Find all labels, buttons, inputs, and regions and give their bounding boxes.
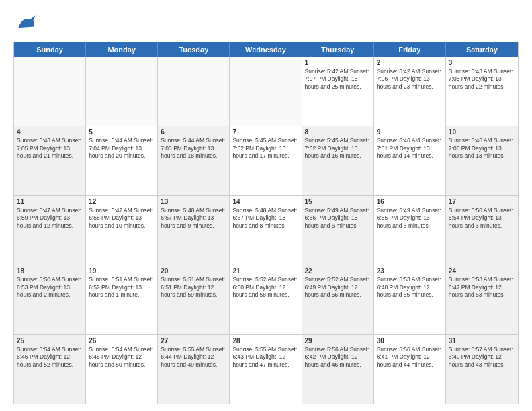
- calendar-cell: 8Sunrise: 5:45 AM Sunset: 7:02 PM Daylig…: [302, 126, 374, 195]
- day-info: Sunrise: 5:55 AM Sunset: 6:44 PM Dayligh…: [161, 346, 226, 369]
- day-info: Sunrise: 5:48 AM Sunset: 6:57 PM Dayligh…: [161, 207, 226, 230]
- day-info: Sunrise: 5:55 AM Sunset: 6:43 PM Dayligh…: [232, 346, 298, 369]
- calendar-cell: 7Sunrise: 5:45 AM Sunset: 7:02 PM Daylig…: [230, 126, 302, 195]
- calendar-cell: 27Sunrise: 5:55 AM Sunset: 6:44 PM Dayli…: [158, 335, 230, 404]
- weekday-header: Thursday: [302, 42, 374, 57]
- calendar-cell: 6Sunrise: 5:44 AM Sunset: 7:03 PM Daylig…: [158, 126, 230, 195]
- day-number: 3: [449, 59, 515, 66]
- day-number: 16: [377, 198, 443, 205]
- calendar-row: 1Sunrise: 5:42 AM Sunset: 7:07 PM Daylig…: [14, 57, 518, 126]
- calendar-cell: 2Sunrise: 5:42 AM Sunset: 7:06 PM Daylig…: [374, 57, 446, 126]
- calendar-cell: [86, 57, 158, 126]
- weekday-header: Friday: [374, 42, 446, 57]
- day-number: 17: [449, 198, 515, 205]
- day-info: Sunrise: 5:54 AM Sunset: 6:46 PM Dayligh…: [17, 346, 83, 369]
- calendar-cell: 20Sunrise: 5:51 AM Sunset: 6:51 PM Dayli…: [158, 265, 230, 334]
- calendar-row: 25Sunrise: 5:54 AM Sunset: 6:46 PM Dayli…: [14, 334, 518, 404]
- calendar-cell: 25Sunrise: 5:54 AM Sunset: 6:46 PM Dayli…: [14, 335, 86, 404]
- calendar-cell: 28Sunrise: 5:55 AM Sunset: 6:43 PM Dayli…: [230, 335, 302, 404]
- calendar-cell: 1Sunrise: 5:42 AM Sunset: 7:07 PM Daylig…: [302, 57, 374, 126]
- calendar-cell: 18Sunrise: 5:50 AM Sunset: 6:53 PM Dayli…: [14, 265, 86, 334]
- day-number: 8: [305, 128, 371, 136]
- weekday-header: Tuesday: [158, 42, 230, 57]
- calendar-cell: [158, 57, 230, 126]
- day-number: 22: [305, 267, 371, 275]
- calendar-row: 18Sunrise: 5:50 AM Sunset: 6:53 PM Dayli…: [14, 265, 518, 334]
- day-number: 11: [17, 198, 83, 205]
- calendar-cell: 22Sunrise: 5:52 AM Sunset: 6:49 PM Dayli…: [302, 265, 374, 334]
- calendar-cell: 23Sunrise: 5:53 AM Sunset: 6:48 PM Dayli…: [374, 265, 446, 334]
- calendar-cell: 10Sunrise: 5:46 AM Sunset: 7:00 PM Dayli…: [446, 126, 518, 195]
- calendar-row: 11Sunrise: 5:47 AM Sunset: 6:59 PM Dayli…: [14, 195, 518, 265]
- calendar-body: 1Sunrise: 5:42 AM Sunset: 7:07 PM Daylig…: [14, 57, 518, 404]
- day-number: 25: [17, 337, 83, 345]
- day-number: 15: [305, 198, 371, 205]
- calendar-cell: 13Sunrise: 5:48 AM Sunset: 6:57 PM Dayli…: [158, 196, 230, 265]
- calendar-cell: [14, 57, 86, 126]
- day-number: 19: [89, 267, 154, 275]
- day-info: Sunrise: 5:53 AM Sunset: 6:47 PM Dayligh…: [449, 276, 515, 299]
- day-info: Sunrise: 5:46 AM Sunset: 7:01 PM Dayligh…: [377, 137, 443, 160]
- day-info: Sunrise: 5:56 AM Sunset: 6:41 PM Dayligh…: [377, 346, 443, 369]
- day-info: Sunrise: 5:42 AM Sunset: 7:07 PM Dayligh…: [305, 68, 371, 91]
- calendar-cell: 17Sunrise: 5:50 AM Sunset: 6:54 PM Dayli…: [446, 196, 518, 265]
- day-number: 28: [232, 337, 298, 345]
- calendar-cell: 16Sunrise: 5:49 AM Sunset: 6:55 PM Dayli…: [374, 196, 446, 265]
- day-number: 20: [161, 267, 226, 275]
- calendar-cell: 26Sunrise: 5:54 AM Sunset: 6:45 PM Dayli…: [86, 335, 158, 404]
- day-number: 14: [232, 198, 298, 205]
- day-info: Sunrise: 5:51 AM Sunset: 6:52 PM Dayligh…: [89, 276, 154, 299]
- day-number: 27: [161, 337, 226, 345]
- calendar-cell: [230, 57, 302, 126]
- day-info: Sunrise: 5:52 AM Sunset: 6:50 PM Dayligh…: [232, 276, 298, 299]
- calendar-cell: 31Sunrise: 5:57 AM Sunset: 6:40 PM Dayli…: [446, 335, 518, 404]
- day-number: 5: [89, 128, 154, 136]
- day-number: 2: [377, 59, 443, 66]
- day-number: 24: [449, 267, 515, 275]
- page: SundayMondayTuesdayWednesdayThursdayFrid…: [0, 0, 532, 411]
- day-info: Sunrise: 5:44 AM Sunset: 7:04 PM Dayligh…: [89, 137, 154, 160]
- calendar-cell: 15Sunrise: 5:49 AM Sunset: 6:56 PM Dayli…: [302, 196, 374, 265]
- day-info: Sunrise: 5:52 AM Sunset: 6:49 PM Dayligh…: [305, 276, 371, 299]
- calendar-cell: 30Sunrise: 5:56 AM Sunset: 6:41 PM Dayli…: [374, 335, 446, 404]
- day-info: Sunrise: 5:51 AM Sunset: 6:51 PM Dayligh…: [161, 276, 226, 299]
- day-number: 21: [232, 267, 298, 275]
- day-number: 1: [305, 59, 371, 66]
- day-number: 7: [232, 128, 298, 136]
- day-info: Sunrise: 5:57 AM Sunset: 6:40 PM Dayligh…: [449, 346, 515, 369]
- day-info: Sunrise: 5:47 AM Sunset: 6:58 PM Dayligh…: [89, 207, 154, 230]
- day-info: Sunrise: 5:56 AM Sunset: 6:42 PM Dayligh…: [305, 346, 371, 369]
- day-info: Sunrise: 5:43 AM Sunset: 7:05 PM Dayligh…: [17, 137, 83, 160]
- calendar-cell: 19Sunrise: 5:51 AM Sunset: 6:52 PM Dayli…: [86, 265, 158, 334]
- day-number: 23: [377, 267, 443, 275]
- calendar-cell: 24Sunrise: 5:53 AM Sunset: 6:47 PM Dayli…: [446, 265, 518, 334]
- calendar-header: SundayMondayTuesdayWednesdayThursdayFrid…: [14, 42, 518, 57]
- calendar-cell: 9Sunrise: 5:46 AM Sunset: 7:01 PM Daylig…: [374, 126, 446, 195]
- day-info: Sunrise: 5:49 AM Sunset: 6:56 PM Dayligh…: [305, 207, 371, 230]
- day-info: Sunrise: 5:47 AM Sunset: 6:59 PM Dayligh…: [17, 207, 83, 230]
- calendar-row: 4Sunrise: 5:43 AM Sunset: 7:05 PM Daylig…: [14, 126, 518, 195]
- day-number: 30: [377, 337, 443, 345]
- day-number: 29: [305, 337, 371, 345]
- day-number: 10: [449, 128, 515, 136]
- day-number: 13: [161, 198, 226, 205]
- day-number: 26: [89, 337, 154, 345]
- day-info: Sunrise: 5:54 AM Sunset: 6:45 PM Dayligh…: [89, 346, 154, 369]
- calendar-cell: 14Sunrise: 5:48 AM Sunset: 6:57 PM Dayli…: [230, 196, 302, 265]
- day-number: 18: [17, 267, 83, 275]
- logo-icon: [13, 11, 38, 35]
- day-info: Sunrise: 5:43 AM Sunset: 7:05 PM Dayligh…: [449, 68, 515, 91]
- day-number: 31: [449, 337, 515, 345]
- day-info: Sunrise: 5:45 AM Sunset: 7:02 PM Dayligh…: [305, 137, 371, 160]
- day-number: 4: [17, 128, 83, 136]
- calendar: SundayMondayTuesdayWednesdayThursdayFrid…: [13, 42, 519, 404]
- weekday-header: Saturday: [446, 42, 518, 57]
- day-info: Sunrise: 5:48 AM Sunset: 6:57 PM Dayligh…: [232, 207, 298, 230]
- day-info: Sunrise: 5:45 AM Sunset: 7:02 PM Dayligh…: [232, 137, 298, 160]
- day-info: Sunrise: 5:42 AM Sunset: 7:06 PM Dayligh…: [377, 68, 443, 91]
- calendar-cell: 12Sunrise: 5:47 AM Sunset: 6:58 PM Dayli…: [86, 196, 158, 265]
- calendar-cell: 29Sunrise: 5:56 AM Sunset: 6:42 PM Dayli…: [302, 335, 374, 404]
- day-info: Sunrise: 5:44 AM Sunset: 7:03 PM Dayligh…: [161, 137, 226, 160]
- logo: [13, 11, 42, 35]
- weekday-header: Monday: [86, 42, 158, 57]
